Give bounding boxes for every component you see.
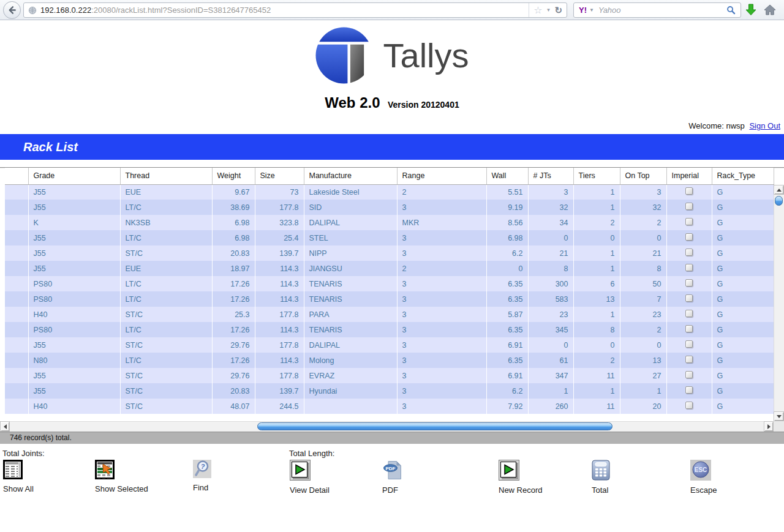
row-selector-cell[interactable] bbox=[5, 337, 28, 353]
horizontal-scroll-thumb[interactable] bbox=[257, 422, 612, 430]
row-selector-cell[interactable] bbox=[5, 383, 28, 399]
cell-range[interactable]: 3 bbox=[397, 353, 486, 368]
bookmark-dropdown-icon[interactable]: ▼ bbox=[546, 7, 551, 13]
row-selector-cell[interactable] bbox=[5, 261, 28, 276]
imperial-checkbox[interactable] bbox=[685, 203, 693, 210]
row-selector-cell[interactable] bbox=[5, 322, 28, 337]
cell-grade[interactable]: J55 bbox=[28, 230, 120, 245]
imperial-checkbox[interactable] bbox=[685, 187, 693, 195]
cell-rack-type[interactable]: G bbox=[712, 215, 774, 230]
table-row[interactable]: PS80LT/C17.26114.3TENARIS36.35300650G bbox=[5, 276, 774, 291]
cell-manufacture[interactable]: DALIPAL bbox=[304, 337, 397, 353]
cell-wall[interactable]: 6.35 bbox=[486, 291, 528, 307]
cell-rack-type[interactable]: G bbox=[712, 337, 774, 353]
cell-tiers[interactable]: 1 bbox=[573, 184, 620, 200]
cell-size[interactable]: 114.3 bbox=[255, 261, 304, 276]
cell-weight[interactable]: 17.26 bbox=[212, 322, 255, 337]
cell-on-top[interactable]: 2 bbox=[620, 215, 666, 230]
cell-on-top[interactable]: 7 bbox=[620, 291, 666, 307]
cell-rack-type[interactable]: G bbox=[712, 230, 774, 245]
cell-size[interactable]: 139.7 bbox=[255, 383, 304, 399]
row-selector-cell[interactable] bbox=[5, 230, 28, 245]
cell-tiers[interactable]: 1 bbox=[573, 200, 620, 215]
cell--jts[interactable]: 34 bbox=[528, 215, 573, 230]
cell-imperial[interactable] bbox=[666, 200, 712, 215]
table-row[interactable]: J55ST/C29.76177.8DALIPAL36.91000G bbox=[5, 337, 774, 353]
column-header-weight[interactable]: Weight bbox=[212, 168, 255, 184]
table-row[interactable]: J55ST/C29.76177.8EVRAZ36.913471127G bbox=[5, 368, 774, 383]
cell-wall[interactable]: 6.91 bbox=[486, 368, 528, 383]
cell-rack-type[interactable]: G bbox=[712, 368, 774, 383]
column-header-thread[interactable]: Thread bbox=[120, 168, 212, 184]
row-selector-cell[interactable] bbox=[5, 215, 28, 230]
cell-thread[interactable]: LT/C bbox=[120, 353, 212, 368]
url-bar[interactable]: 192.168.0.222:20080/rackList.html?Sessio… bbox=[23, 2, 567, 18]
cell-tiers[interactable]: 1 bbox=[573, 383, 620, 399]
cell-wall[interactable]: 5.87 bbox=[486, 307, 528, 322]
cell-rack-type[interactable]: G bbox=[712, 276, 774, 291]
cell-wall[interactable]: 8.56 bbox=[486, 215, 528, 230]
show-all-button[interactable]: Show All bbox=[3, 460, 34, 493]
back-button[interactable] bbox=[3, 1, 21, 19]
search-input[interactable]: Y! ▼ Yahoo bbox=[573, 2, 741, 18]
cell-manufacture[interactable]: TENARIS bbox=[304, 291, 397, 307]
cell-imperial[interactable] bbox=[666, 261, 712, 276]
cell-manufacture[interactable]: STEL bbox=[304, 230, 397, 245]
cell-manufacture[interactable]: Hyundai bbox=[304, 383, 397, 399]
cell-imperial[interactable] bbox=[666, 276, 712, 291]
row-selector-cell[interactable] bbox=[5, 399, 28, 414]
imperial-checkbox[interactable] bbox=[685, 356, 693, 363]
cell-weight[interactable]: 6.98 bbox=[212, 230, 255, 245]
cell--jts[interactable]: 32 bbox=[528, 200, 573, 215]
cell-on-top[interactable]: 50 bbox=[620, 276, 666, 291]
imperial-checkbox[interactable] bbox=[685, 264, 693, 271]
cell-size[interactable]: 177.8 bbox=[255, 200, 304, 215]
cell--jts[interactable]: 3 bbox=[528, 184, 573, 200]
total-button[interactable]: Total bbox=[592, 460, 610, 495]
cell-tiers[interactable]: 6 bbox=[573, 276, 620, 291]
row-selector-cell[interactable] bbox=[5, 245, 28, 261]
imperial-checkbox[interactable] bbox=[685, 340, 693, 348]
scroll-up-button[interactable] bbox=[774, 185, 784, 195]
cell-tiers[interactable]: 1 bbox=[573, 307, 620, 322]
cell-weight[interactable]: 9.67 bbox=[212, 184, 255, 200]
cell-thread[interactable]: ST/C bbox=[120, 307, 212, 322]
cell--jts[interactable]: 260 bbox=[528, 399, 573, 414]
row-selector-cell[interactable] bbox=[5, 276, 28, 291]
cell-imperial[interactable] bbox=[666, 353, 712, 368]
cell-imperial[interactable] bbox=[666, 230, 712, 245]
imperial-checkbox[interactable] bbox=[685, 310, 693, 317]
cell-manufacture[interactable]: NIPP bbox=[304, 245, 397, 261]
cell-weight[interactable]: 17.26 bbox=[212, 353, 255, 368]
cell-thread[interactable]: LT/C bbox=[120, 291, 212, 307]
cell-manufacture[interactable]: EVRAZ bbox=[304, 368, 397, 383]
cell-grade[interactable]: J55 bbox=[28, 261, 120, 276]
cell-wall[interactable]: 6.98 bbox=[486, 230, 528, 245]
row-selector-cell[interactable] bbox=[5, 184, 28, 200]
cell-grade[interactable]: PS80 bbox=[28, 322, 120, 337]
row-selector-cell[interactable] bbox=[5, 368, 28, 383]
cell-wall[interactable]: 5.51 bbox=[486, 184, 528, 200]
column-header-range[interactable]: Range bbox=[397, 168, 486, 184]
cell-imperial[interactable] bbox=[666, 399, 712, 414]
table-row[interactable]: J55EUE18.97114.3JIANGSU20818G bbox=[5, 261, 774, 276]
download-button[interactable] bbox=[745, 4, 756, 18]
cell-manufacture[interactable]: TENARIS bbox=[304, 276, 397, 291]
find-button[interactable]: ? Find bbox=[193, 460, 211, 492]
cell-range[interactable]: 3 bbox=[397, 399, 486, 414]
table-row[interactable]: PS80LT/C17.26114.3TENARIS36.3534582G bbox=[5, 322, 774, 337]
cell-grade[interactable]: J55 bbox=[28, 200, 120, 215]
cell-size[interactable]: 177.8 bbox=[255, 337, 304, 353]
column-header-grade[interactable]: Grade bbox=[28, 168, 120, 184]
cell-range[interactable]: 3 bbox=[397, 276, 486, 291]
cell--jts[interactable]: 583 bbox=[528, 291, 573, 307]
cell-manufacture[interactable]: SID bbox=[304, 200, 397, 215]
table-row[interactable]: PS80LT/C17.26114.3TENARIS36.35583137G bbox=[5, 291, 774, 307]
cell-size[interactable]: 114.3 bbox=[255, 322, 304, 337]
cell-thread[interactable]: ST/C bbox=[120, 368, 212, 383]
cell-size[interactable]: 114.3 bbox=[255, 291, 304, 307]
cell-range[interactable]: 3 bbox=[397, 200, 486, 215]
new-record-button[interactable]: New Record bbox=[499, 460, 543, 495]
escape-button[interactable]: ESC Escape bbox=[690, 460, 717, 495]
cell-manufacture[interactable]: JIANGSU bbox=[304, 261, 397, 276]
